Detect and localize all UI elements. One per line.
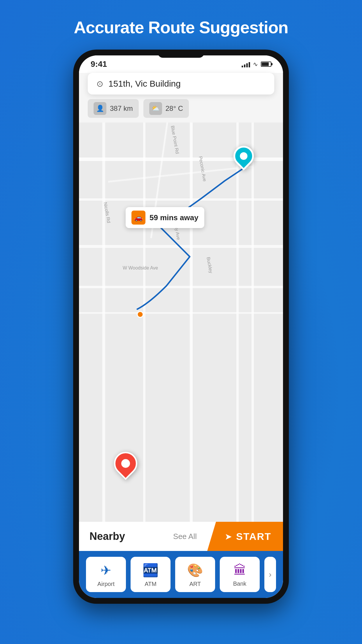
airport-label: Airport (97, 581, 115, 587)
distance-value: 387 km (110, 104, 133, 113)
phone-frame: 9:41 ∿ ⊙ 151th, Vic Build (73, 50, 289, 604)
nearby-row: Nearby See All ➤ START (79, 522, 283, 551)
atm-icon: 🏧 (143, 563, 159, 578)
distance-chip: 👤 387 km (88, 99, 139, 118)
street-label-6: W Woodside Ave (123, 265, 158, 271)
weather-icon: ⛅ (149, 102, 162, 115)
distance-icon: 👤 (94, 102, 106, 115)
weather-value: 28° C (166, 104, 183, 113)
start-arrow-icon: ➤ (225, 531, 232, 542)
art-icon: 🎨 (187, 563, 203, 578)
start-button[interactable]: ➤ START (207, 522, 283, 551)
category-bank[interactable]: 🏛 Bank (220, 557, 260, 592)
nearby-header: Nearby See All (79, 524, 207, 549)
airport-icon: ✈ (101, 563, 111, 578)
more-categories-indicator[interactable]: › (264, 557, 276, 592)
phone-notch (158, 50, 204, 58)
destination-pin (233, 146, 254, 166)
status-time: 9:41 (91, 60, 107, 69)
origin-pin (114, 452, 137, 475)
status-icons: ∿ (242, 61, 271, 68)
phone-inner: 9:41 ∿ ⊙ 151th, Vic Build (79, 55, 283, 598)
nearby-title: Nearby (89, 530, 125, 542)
battery-icon (261, 62, 271, 67)
page-title: Accurate Route Suggestion (0, 18, 362, 37)
weather-chip: ⛅ 28° C (143, 99, 189, 118)
svg-point-1 (137, 312, 143, 317)
time-badge: 🚗 59 mins away (126, 207, 204, 228)
map-area[interactable]: 🚗 59 mins away Blue Poi (79, 123, 283, 522)
wifi-icon: ∿ (253, 61, 258, 68)
category-airport[interactable]: ✈ Airport (86, 557, 126, 592)
search-bar[interactable]: ⊙ 151th, Vic Building (88, 73, 274, 94)
search-input[interactable]: 151th, Vic Building (108, 79, 181, 89)
location-pin-icon: ⊙ (96, 79, 103, 89)
art-label: ART (189, 581, 201, 587)
category-art[interactable]: 🎨 ART (175, 557, 215, 592)
car-icon: 🚗 (131, 211, 145, 225)
category-row: ✈ Airport 🏧 ATM 🎨 ART 🏛 Bank (79, 551, 283, 598)
category-atm[interactable]: 🏧 ATM (131, 557, 171, 592)
see-all-button[interactable]: See All (173, 532, 197, 541)
info-bar: 👤 387 km ⛅ 28° C (79, 94, 283, 123)
atm-label: ATM (145, 581, 157, 587)
signal-icon (242, 61, 250, 67)
start-label[interactable]: START (236, 531, 271, 542)
bottom-panel: Nearby See All ➤ START ✈ Airport � (79, 522, 283, 598)
route-time: 59 mins away (150, 213, 198, 222)
status-bar: 9:41 ∿ (79, 55, 283, 73)
bank-icon: 🏛 (233, 563, 246, 578)
bank-label: Bank (233, 580, 247, 587)
